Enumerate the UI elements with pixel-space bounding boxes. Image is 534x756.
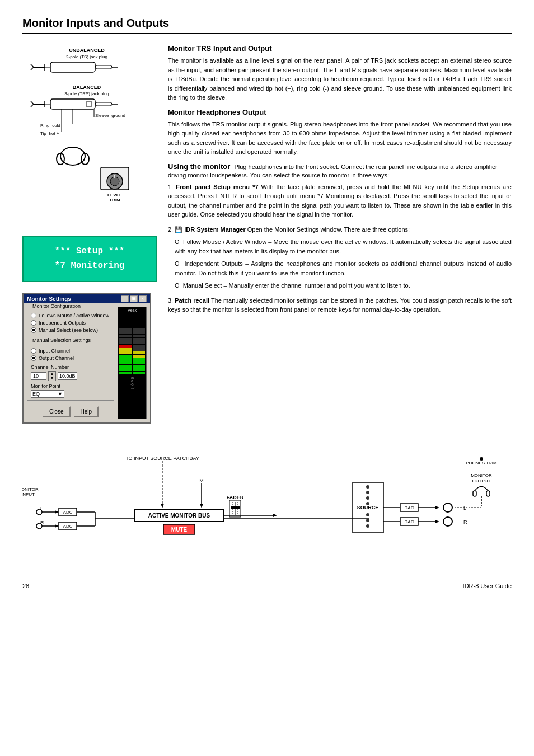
radio-label-independent: Independent Outputs (39, 320, 86, 326)
svg-point-41 (36, 523, 42, 529)
monitor-headphones-heading: Monitor Headphones Output (168, 108, 512, 116)
radio-circle-independent[interactable] (31, 320, 36, 326)
left-column: UNBALANCED 2-pole (TS) jack plug BALANCE… (22, 44, 157, 424)
svg-text:OUTPUT: OUTPUT (472, 478, 491, 483)
monitor-point-label: Monitor Point (31, 383, 110, 389)
restore-button[interactable]: ▣ (130, 295, 138, 302)
spin-up[interactable]: ▲ (49, 372, 55, 376)
step2-text: 2. 💾 iDR System Manager Open the Monitor… (168, 225, 512, 234)
svg-text:SOURCE: SOURCE (357, 505, 379, 510)
svg-text:MONITOR: MONITOR (22, 487, 39, 492)
channel-number-row: Output Channel (31, 355, 110, 363)
radio-output-channel[interactable]: Output Channel (31, 355, 74, 361)
svg-point-79 (366, 524, 369, 528)
level-meter: Peak (118, 307, 147, 419)
svg-text:UNBALANCED: UNBALANCED (69, 48, 105, 53)
setup-monitoring-box: *** Setup *** *7 Monitoring (22, 236, 157, 282)
svg-point-78 (366, 519, 369, 522)
config-group-label: Monitor Configuration (31, 303, 82, 309)
right-column: Monitor TRS Input and Output The monitor… (168, 44, 512, 424)
option-o3-text: Manual Select – Manually enter the chann… (183, 282, 410, 289)
svg-marker-55 (200, 504, 203, 508)
window-left-panel: Monitor Configuration Follows Mouse / Ac… (27, 307, 114, 419)
svg-marker-39 (55, 510, 59, 514)
monitor-trs-text: The monitor is available as a line level… (168, 56, 512, 102)
svg-text:ADC: ADC (63, 524, 73, 529)
monitor-point-value: EQ (32, 391, 40, 397)
radio-circle-manual[interactable] (31, 327, 36, 333)
svg-point-75 (366, 496, 369, 500)
svg-point-30 (110, 177, 119, 186)
radio-follows-mouse[interactable]: Follows Mouse / Active Window (31, 313, 110, 318)
radio-manual-select[interactable]: Manual Select (see below) (31, 327, 110, 333)
option-o2-text: Independent Outputs – Assigns the headph… (175, 260, 512, 276)
svg-point-73 (366, 485, 369, 489)
svg-rect-11 (87, 101, 91, 107)
monitor-trs-heading: Monitor TRS Input and Output (168, 44, 512, 53)
svg-marker-52 (161, 504, 164, 508)
help-button[interactable]: Help (74, 406, 99, 417)
document-title: IDR-8 User Guide (463, 583, 512, 589)
radio-circle-follows[interactable] (31, 313, 36, 318)
svg-rect-12 (95, 102, 112, 106)
svg-text:3-pole (TRS) jack plug: 3-pole (TRS) jack plug (64, 91, 109, 96)
radio-input-channel[interactable]: Input Channel (31, 348, 110, 354)
channel-spinner[interactable]: ▲ ▼ (48, 371, 56, 381)
step2-number: 2. (168, 226, 173, 233)
svg-text:TRIM: TRIM (109, 198, 120, 203)
svg-text:LEVEL: LEVEL (107, 192, 122, 198)
page-footer: 28 IDR-8 User Guide (22, 579, 512, 589)
block-diagram: MONITOR INPUT L R ADC ADC TO INPUT SOURC… (22, 435, 512, 567)
svg-marker-89 (435, 506, 439, 509)
step2-body: Open the Monitor Settings window. There … (247, 226, 410, 233)
svg-text:BALANCED: BALANCED (73, 84, 101, 90)
svg-rect-3 (95, 65, 112, 69)
monitor-headphones-section: Monitor Headphones Output This follows t… (168, 108, 512, 157)
channel-number-label: Channel Number (31, 364, 69, 370)
channel-number-input[interactable] (31, 372, 46, 380)
monitor-headphones-text: This follows the TRS monitor output sign… (168, 120, 512, 157)
svg-text:MUTE: MUTE (171, 527, 188, 533)
option-o1-text: Follow Mouse / Active Window – Move the … (175, 238, 512, 255)
radio-circle-output[interactable] (31, 355, 36, 361)
svg-text:INPUT: INPUT (22, 492, 35, 497)
close-window-button[interactable]: × (139, 295, 147, 302)
manual-group-label: Manual Selection Settings (31, 337, 92, 343)
window-title: Monitor Settings (27, 296, 71, 302)
option-o3: O Manual Select – Manually enter the cha… (175, 281, 512, 290)
svg-text:2-pole (TS) jack plug: 2-pole (TS) jack plug (66, 54, 107, 59)
step1-bold: Front panel Setup menu *7 (176, 184, 258, 190)
spin-down[interactable]: ▼ (49, 376, 55, 381)
radio-independent[interactable]: Independent Outputs (31, 320, 110, 326)
step2-bold: iDR System Manager (184, 226, 245, 233)
setup-line2: *7 Monitoring (32, 259, 147, 274)
svg-text:DAC: DAC (405, 519, 414, 524)
svg-marker-70 (273, 514, 277, 517)
svg-point-77 (366, 513, 369, 516)
svg-text:DAC: DAC (405, 505, 414, 510)
svg-marker-43 (55, 524, 59, 528)
svg-point-97 (480, 457, 483, 461)
step1-number: 1. (168, 184, 173, 190)
svg-rect-2 (50, 62, 95, 72)
step1-text: 1. Front panel Setup menu *7 With the fa… (168, 182, 512, 219)
minimize-button[interactable]: _ (121, 295, 129, 302)
monitor-trs-section: Monitor TRS Input and Output The monitor… (168, 44, 512, 102)
monitor-settings-window: Monitor Settings _ ▣ × Monitor Configura… (22, 293, 151, 424)
svg-text:M: M (199, 478, 204, 483)
option-o1: O Follow Mouse / Active Window – Move th… (175, 237, 512, 256)
window-controls[interactable]: _ ▣ × (121, 295, 147, 302)
step3-body: The manually selected monitor settings c… (168, 297, 512, 313)
svg-text:Sleeve=ground: Sleeve=ground (95, 113, 125, 118)
svg-text:TO INPUT SOURCE PATCHBAY: TO INPUT SOURCE PATCHBAY (125, 456, 199, 461)
monitor-point-select[interactable]: EQ ▼ (31, 390, 64, 398)
radio-circle-input[interactable] (31, 348, 36, 354)
using-monitor-heading-text: Using the monitor (168, 162, 230, 171)
svg-point-90 (443, 503, 452, 512)
step3-bold: Patch recall (175, 297, 209, 304)
page-number: 28 (22, 583, 29, 589)
close-button[interactable]: Close (43, 406, 71, 417)
svg-rect-99 (486, 491, 490, 496)
svg-point-94 (443, 517, 452, 526)
label-output-channel: Output Channel (39, 355, 74, 361)
